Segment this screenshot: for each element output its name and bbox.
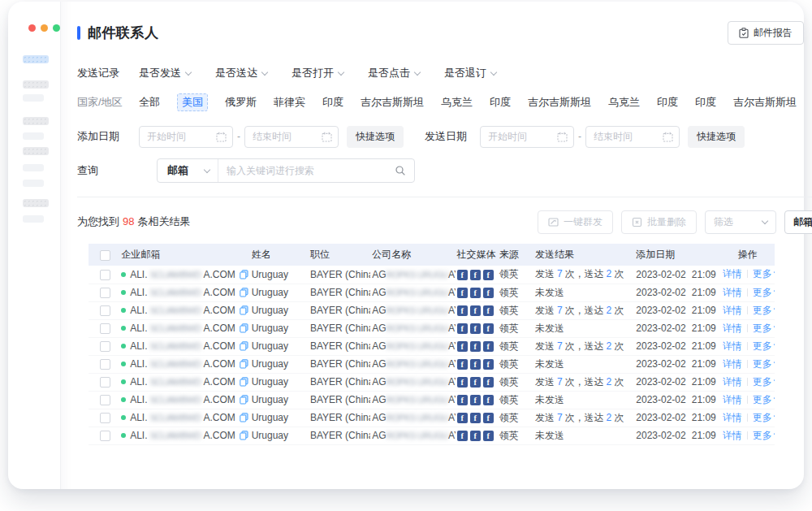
filter-dropdown[interactable]: 是否退订: [444, 66, 496, 80]
facebook-icon[interactable]: f: [470, 305, 481, 316]
more-link[interactable]: 更多: [753, 268, 775, 279]
search-input[interactable]: [218, 165, 393, 176]
more-link[interactable]: 更多: [753, 323, 775, 334]
facebook-icon[interactable]: f: [470, 359, 481, 370]
country-option[interactable]: 俄罗斯: [225, 95, 257, 110]
facebook-icon[interactable]: f: [457, 270, 468, 280]
facebook-icon[interactable]: f: [470, 341, 481, 352]
detail-link[interactable]: 详情: [723, 268, 742, 279]
facebook-icon[interactable]: f: [457, 359, 468, 370]
country-option[interactable]: 吉尔吉斯斯坦: [733, 95, 797, 110]
country-option[interactable]: 吉尔吉斯斯坦: [361, 95, 424, 110]
facebook-icon[interactable]: f: [457, 431, 468, 441]
search-icon[interactable]: [393, 165, 414, 176]
copy-icon[interactable]: [240, 431, 249, 440]
more-link[interactable]: 更多: [753, 287, 775, 298]
filter-dropdown[interactable]: 是否发送: [139, 66, 191, 80]
more-link[interactable]: 更多: [753, 412, 775, 423]
detail-link[interactable]: 详情: [723, 358, 742, 370]
facebook-icon[interactable]: f: [470, 395, 481, 405]
facebook-icon[interactable]: f: [483, 270, 494, 280]
maximize-window-button[interactable]: [53, 24, 60, 32]
country-option[interactable]: 吉尔吉斯斯坦: [528, 95, 591, 110]
row-checkbox[interactable]: [100, 270, 110, 280]
bulk-send-button[interactable]: 一键群发: [538, 210, 613, 234]
copy-icon[interactable]: [240, 305, 249, 315]
facebook-icon[interactable]: f: [483, 395, 494, 405]
row-checkbox[interactable]: [100, 288, 110, 298]
select-all-checkbox[interactable]: [100, 250, 110, 261]
country-option[interactable]: 印度: [322, 95, 343, 110]
more-link[interactable]: 更多: [753, 340, 775, 352]
facebook-icon[interactable]: f: [483, 377, 494, 388]
country-option[interactable]: 全部: [139, 95, 160, 110]
detail-link[interactable]: 详情: [723, 323, 742, 334]
bulk-delete-button[interactable]: 批量删除: [621, 210, 697, 234]
facebook-icon[interactable]: f: [483, 341, 494, 352]
country-option[interactable]: 印度: [490, 95, 511, 110]
detail-link[interactable]: 详情: [723, 305, 742, 316]
country-option[interactable]: 乌克兰: [608, 95, 640, 110]
copy-icon[interactable]: [240, 359, 249, 369]
row-checkbox[interactable]: [100, 395, 110, 405]
copy-icon[interactable]: [240, 270, 249, 279]
facebook-icon[interactable]: f: [457, 305, 468, 316]
row-checkbox[interactable]: [100, 413, 110, 423]
row-checkbox[interactable]: [100, 305, 110, 316]
facebook-icon[interactable]: f: [470, 323, 481, 334]
copy-icon[interactable]: [240, 413, 249, 422]
facebook-icon[interactable]: f: [457, 413, 468, 423]
filter-dropdown[interactable]: 是否点击: [368, 66, 420, 80]
facebook-icon[interactable]: f: [483, 305, 494, 316]
row-checkbox[interactable]: [100, 323, 110, 334]
row-checkbox[interactable]: [100, 431, 110, 441]
facebook-icon[interactable]: f: [457, 288, 468, 298]
send-record-label[interactable]: 发送记录: [77, 66, 139, 80]
country-option[interactable]: 乌克兰: [441, 95, 473, 110]
facebook-icon[interactable]: f: [457, 395, 468, 405]
more-link[interactable]: 更多: [753, 358, 775, 370]
close-window-button[interactable]: [28, 24, 36, 32]
country-option[interactable]: 印度: [657, 95, 678, 110]
filter-dropdown[interactable]: 是否打开: [292, 66, 343, 80]
send-date-quick-options-button[interactable]: 快捷选项: [688, 126, 745, 148]
filter-dropdown[interactable]: 是否送达: [215, 66, 267, 80]
country-option[interactable]: 菲律宾: [274, 95, 305, 110]
facebook-icon[interactable]: f: [483, 359, 494, 370]
detail-link[interactable]: 详情: [723, 287, 742, 298]
more-link[interactable]: 更多: [753, 305, 775, 316]
facebook-icon[interactable]: f: [483, 323, 494, 334]
facebook-icon[interactable]: f: [470, 288, 481, 298]
detail-link[interactable]: 详情: [723, 340, 742, 352]
more-link[interactable]: 更多: [753, 394, 775, 405]
copy-icon[interactable]: [240, 395, 249, 405]
copy-icon[interactable]: [240, 288, 249, 297]
country-option[interactable]: 美国: [177, 93, 208, 111]
facebook-icon[interactable]: f: [470, 413, 481, 423]
more-link[interactable]: 更多: [753, 376, 775, 388]
facebook-icon[interactable]: f: [483, 413, 494, 423]
detail-link[interactable]: 详情: [723, 394, 742, 405]
copy-icon[interactable]: [240, 341, 249, 351]
facebook-icon[interactable]: f: [470, 270, 481, 280]
detail-link[interactable]: 详情: [723, 412, 742, 423]
facebook-icon[interactable]: f: [483, 288, 494, 298]
facebook-icon[interactable]: f: [457, 377, 468, 388]
row-checkbox[interactable]: [100, 377, 110, 388]
filter-select[interactable]: 筛选: [705, 210, 776, 234]
copy-icon[interactable]: [240, 323, 249, 333]
search-field-select[interactable]: 邮箱: [158, 159, 218, 182]
country-option[interactable]: 印度: [695, 95, 716, 110]
detail-link[interactable]: 详情: [723, 430, 742, 441]
detail-link[interactable]: 详情: [723, 376, 742, 388]
mailbox-mode-select[interactable]: 邮箱模式: [784, 210, 812, 234]
email-report-button[interactable]: 邮件报告: [728, 21, 804, 45]
row-checkbox[interactable]: [100, 341, 110, 352]
row-checkbox[interactable]: [100, 359, 110, 370]
minimize-window-button[interactable]: [41, 24, 48, 32]
copy-icon[interactable]: [240, 377, 249, 387]
add-date-quick-options-button[interactable]: 快捷选项: [347, 126, 404, 148]
facebook-icon[interactable]: f: [457, 341, 468, 352]
facebook-icon[interactable]: f: [470, 431, 481, 441]
facebook-icon[interactable]: f: [457, 323, 468, 334]
